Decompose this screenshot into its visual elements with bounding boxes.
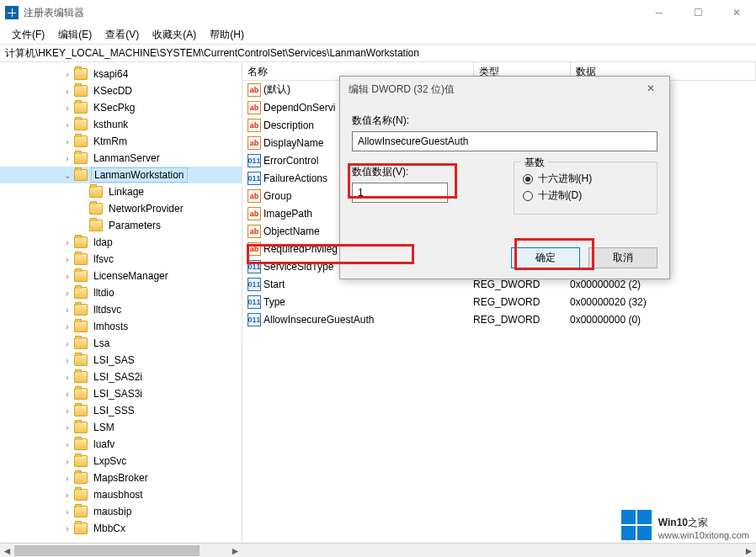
tree-item[interactable]: ›KSecDD — [0, 82, 242, 99]
tree-item[interactable]: ›ldap — [0, 234, 242, 251]
tree-item[interactable]: ›LSM — [0, 419, 242, 436]
chevron-right-icon[interactable]: › — [61, 339, 74, 348]
binary-value-icon: 011 — [248, 313, 261, 326]
chevron-right-icon[interactable]: › — [61, 289, 74, 298]
folder-icon — [89, 203, 103, 215]
folder-icon — [74, 169, 88, 181]
horizontal-scrollbar[interactable]: ◄ ► ► — [0, 543, 756, 557]
tree-item-label: lfsvc — [91, 252, 116, 266]
chevron-right-icon[interactable]: › — [61, 154, 74, 163]
tree-item[interactable]: ›KSecPkg — [0, 99, 242, 116]
tree-item[interactable]: Parameters — [0, 217, 242, 234]
chevron-right-icon[interactable]: › — [61, 103, 74, 113]
menu-view[interactable]: 查看(V) — [98, 26, 146, 44]
close-button[interactable]: ✕ — [717, 0, 756, 25]
maximize-button[interactable]: ☐ — [679, 0, 717, 25]
tree-item[interactable]: ›lfsvc — [0, 251, 242, 268]
chevron-right-icon[interactable]: › — [61, 305, 74, 315]
tree-item[interactable]: ›MbbCx — [0, 520, 242, 537]
tree-item[interactable]: ⌄LanmanWorkstation — [0, 167, 242, 183]
tree-item[interactable]: ›LSI_SAS3i — [0, 385, 242, 402]
chevron-right-icon[interactable]: › — [61, 406, 74, 416]
tree-item-label: LanmanWorkstation — [91, 167, 188, 183]
chevron-right-icon[interactable]: › — [61, 373, 74, 382]
value-data-input[interactable] — [352, 183, 448, 203]
address-bar[interactable]: 计算机\HKEY_LOCAL_MACHINE\SYSTEM\CurrentCon… — [0, 44, 756, 62]
chevron-right-icon[interactable]: › — [61, 272, 74, 281]
chevron-right-icon[interactable]: › — [61, 423, 74, 432]
tree-item[interactable]: ›luafv — [0, 436, 242, 453]
chevron-right-icon[interactable]: › — [61, 322, 74, 332]
minimize-button[interactable]: ─ — [640, 0, 679, 25]
chevron-right-icon[interactable]: › — [61, 137, 74, 146]
tree-item-label: LSM — [91, 421, 117, 434]
chevron-right-icon[interactable]: › — [61, 390, 74, 399]
tree-item-label: KSecPkg — [91, 101, 137, 114]
tree-item[interactable]: ›KtmRm — [0, 133, 242, 150]
radio-dec[interactable]: 十进制(D) — [523, 188, 649, 203]
tree-item-label: MbbCx — [91, 522, 128, 535]
chevron-right-icon[interactable]: › — [61, 120, 74, 130]
chevron-right-icon[interactable]: › — [61, 70, 74, 79]
scroll-thumb[interactable] — [14, 545, 200, 556]
scroll-left-icon[interactable]: ◄ — [0, 544, 14, 557]
chevron-right-icon[interactable]: › — [61, 87, 74, 96]
folder-icon — [74, 371, 88, 383]
value-name-input[interactable] — [352, 131, 658, 151]
chevron-right-icon[interactable]: › — [61, 457, 74, 466]
list-row[interactable]: 011TypeREG_DWORD0x00000020 (32) — [242, 293, 756, 310]
string-value-icon: ab — [248, 189, 261, 203]
tree-item[interactable]: ›lmhosts — [0, 318, 242, 335]
folder-icon — [74, 85, 88, 97]
scroll-right2-icon[interactable]: ► — [742, 544, 756, 557]
chevron-right-icon[interactable]: › — [61, 474, 74, 483]
folder-icon — [74, 68, 88, 80]
cancel-button[interactable]: 取消 — [588, 247, 658, 268]
tree-item[interactable]: ›LSI_SAS2i — [0, 369, 242, 385]
tree-item[interactable]: ›LicenseManager — [0, 268, 242, 284]
menu-file[interactable]: 文件(F) — [5, 26, 51, 44]
tree-item[interactable]: ›LanmanServer — [0, 150, 242, 167]
tree-item[interactable]: ›ksthunk — [0, 116, 242, 133]
tree-item[interactable]: ›LxpSvc — [0, 453, 242, 469]
tree-item[interactable]: ›LSI_SAS — [0, 352, 242, 369]
chevron-right-icon[interactable]: › — [61, 507, 74, 517]
list-row[interactable]: 011AllowInsecureGuestAuthREG_DWORD0x0000… — [242, 310, 756, 328]
chevron-right-icon[interactable]: › — [61, 524, 74, 533]
chevron-right-icon[interactable]: › — [61, 238, 74, 247]
menu-edit[interactable]: 编辑(E) — [51, 26, 98, 44]
tree-item-label: Parameters — [106, 219, 163, 232]
tree-item[interactable]: ›ksapi64 — [0, 66, 242, 82]
tree-item[interactable]: ›Lsa — [0, 335, 242, 352]
value-type: REG_DWORD — [473, 314, 570, 326]
folder-icon — [74, 489, 88, 501]
chevron-right-icon[interactable]: › — [61, 440, 74, 449]
tree-item[interactable]: ›MapsBroker — [0, 469, 242, 486]
menu-favorites[interactable]: 收藏夹(A) — [146, 26, 203, 44]
radio-hex[interactable]: 十六进制(H) — [523, 172, 649, 186]
scroll-right-icon[interactable]: ► — [228, 544, 242, 557]
tree-item[interactable]: ›mausbhost — [0, 486, 242, 503]
folder-icon — [74, 119, 88, 130]
chevron-right-icon[interactable]: › — [61, 255, 74, 264]
tree-item[interactable]: Linkage — [0, 183, 242, 200]
folder-icon — [74, 523, 88, 534]
value-data: 0x00000002 (2) — [570, 278, 756, 290]
chevron-right-icon[interactable]: › — [61, 491, 74, 500]
tree-item[interactable]: ›mausbip — [0, 503, 242, 520]
value-name: AllowInsecureGuestAuth — [264, 314, 473, 326]
menu-help[interactable]: 帮助(H) — [203, 26, 251, 44]
ok-button[interactable]: 确定 — [511, 247, 580, 268]
tree-item[interactable]: NetworkProvider — [0, 200, 242, 217]
string-value-icon: ab — [248, 119, 261, 132]
tree-item[interactable]: ›lltdio — [0, 284, 242, 301]
binary-value-icon: 011 — [248, 154, 261, 167]
chevron-down-icon[interactable]: ⌄ — [61, 171, 74, 180]
tree-pane[interactable]: ›ksapi64›KSecDD›KSecPkg›ksthunk›KtmRm›La… — [0, 62, 242, 543]
dialog-close-button[interactable]: ✕ — [636, 78, 666, 98]
tree-item-label: ksthunk — [91, 118, 130, 131]
chevron-right-icon[interactable]: › — [61, 356, 74, 365]
tree-item[interactable]: ›LSI_SSS — [0, 402, 242, 419]
tree-item[interactable]: ›lltdsvc — [0, 301, 242, 318]
windows-logo-icon — [621, 510, 652, 540]
